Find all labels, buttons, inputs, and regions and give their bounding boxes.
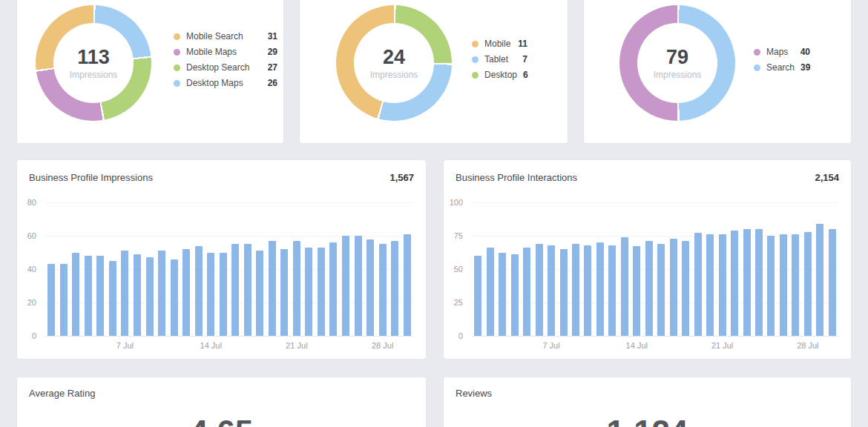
- donut-legend: Mobile Search31Mobile Maps29Desktop Sear…: [174, 32, 277, 94]
- bar-slot: [254, 202, 266, 336]
- bar-slot: [545, 202, 557, 336]
- bar-slot: [389, 202, 401, 336]
- bar-slot: [376, 202, 389, 336]
- bar-slot: [570, 202, 582, 336]
- impressions-by-surface-card: 79 Impressions Maps40Search39: [583, 0, 852, 144]
- bar: [608, 245, 616, 336]
- legend-dot: [472, 41, 479, 47]
- bar: [355, 236, 362, 336]
- legend-value: 6: [517, 70, 528, 79]
- bar-slot: [643, 202, 655, 336]
- bar: [342, 236, 349, 336]
- bar-slot: [156, 202, 168, 336]
- bar-slot: [606, 202, 618, 336]
- donut-center-label: Impressions: [70, 70, 118, 80]
- x-axis-tick: 7 Jul: [542, 341, 559, 350]
- bar-slot: [802, 202, 814, 336]
- bar-slot: [729, 202, 740, 336]
- bar-slot: [340, 202, 352, 336]
- bar-slot: [631, 202, 642, 336]
- bar-slot: [533, 202, 545, 336]
- x-axis-tick: 21 Jul: [711, 341, 733, 350]
- legend-item: Maps40: [754, 47, 810, 56]
- x-axis-tick: 7 Jul: [116, 341, 134, 350]
- bar: [767, 236, 775, 336]
- x-axis-tick: 14 Jul: [200, 341, 222, 350]
- bar-slot: [668, 202, 680, 336]
- bar-slot: [143, 202, 156, 336]
- bar-slot: [521, 202, 533, 336]
- bar-slot: [205, 202, 217, 336]
- y-axis-tick: 80: [17, 198, 36, 207]
- bar: [523, 248, 530, 336]
- legend-label: Maps: [766, 47, 788, 56]
- bar: [633, 246, 640, 336]
- bar-slot: [765, 202, 777, 336]
- donut-center-value: 79: [666, 46, 688, 69]
- bar: [85, 256, 92, 336]
- bar-slot: [315, 202, 328, 336]
- bar-slot: [192, 202, 205, 336]
- reviews-card: Reviews 1,124: [443, 377, 852, 427]
- bar-slot: [691, 202, 703, 336]
- bar-slot: [266, 202, 279, 336]
- grid-line: [472, 336, 838, 337]
- bar-chart-impressions: 8060402007 Jul14 Jul21 Jul28 Jul: [17, 202, 426, 336]
- legend-label: Desktop Maps: [186, 79, 243, 87]
- bar-slot: [508, 202, 520, 336]
- legend-label: Desktop Search: [186, 63, 249, 72]
- bar-slot: [107, 202, 119, 336]
- y-axis-tick: 60: [17, 231, 36, 240]
- x-axis-tick: 14 Jul: [626, 341, 648, 350]
- card-header: Business Profile Interactions 2,154: [444, 160, 851, 183]
- bar: [158, 251, 165, 336]
- bar: [109, 261, 116, 336]
- card-header: Business Profile Impressions 1,567: [17, 160, 426, 183]
- legend-label: Search: [766, 63, 795, 72]
- bar: [72, 253, 79, 337]
- bar-slot: [716, 202, 728, 336]
- bar-slot: [94, 202, 107, 336]
- bar-slot: [753, 202, 765, 336]
- bar: [829, 229, 836, 336]
- bar: [548, 245, 555, 336]
- y-axis-tick: 50: [444, 265, 463, 274]
- chart-total-value: 1,567: [389, 172, 414, 183]
- donut-legend: Maps40Search39: [754, 47, 810, 79]
- y-axis-tick: 75: [444, 231, 463, 240]
- legend-value: 40: [795, 47, 810, 56]
- bar: [280, 249, 288, 336]
- donut-chart-impressions-by-surface: 79 Impressions: [619, 5, 735, 121]
- bar: [670, 239, 677, 336]
- x-axis-tick: 21 Jul: [286, 341, 307, 350]
- bar-slot: [472, 202, 484, 336]
- legend-label: Desktop: [484, 70, 517, 79]
- donut-chart-impressions-breakdown: 113 Impressions: [36, 5, 151, 121]
- bar: [572, 244, 579, 336]
- bar-slot: [826, 202, 838, 336]
- bar-slot: [582, 202, 594, 336]
- bar-slot: [364, 202, 377, 336]
- stat-value: 1,124: [444, 414, 851, 427]
- average-rating-card: Average Rating 4.65: [16, 377, 427, 427]
- bar-slot: [704, 202, 716, 336]
- stat-value: 4.65: [17, 414, 426, 427]
- bar: [256, 251, 263, 336]
- bar-slot: [655, 202, 667, 336]
- bar: [171, 259, 178, 337]
- bar: [682, 241, 689, 336]
- bar-slot: [303, 202, 315, 336]
- bar-slot: [777, 202, 789, 336]
- legend-label: Tablet: [484, 55, 508, 64]
- y-axis-tick: 0: [17, 331, 36, 340]
- bar-slot: [484, 202, 496, 336]
- legend-item: Search39: [754, 63, 810, 72]
- donut-legend: Mobile11Tablet7Desktop6: [472, 39, 527, 86]
- legend-value: 26: [262, 79, 277, 87]
- y-axis-tick: 0: [444, 331, 463, 340]
- bar: [379, 244, 387, 336]
- donut-center-value: 113: [77, 46, 110, 69]
- bar-slot: [82, 202, 95, 336]
- bar-slot: [242, 202, 254, 336]
- y-axis-tick: 40: [17, 265, 36, 274]
